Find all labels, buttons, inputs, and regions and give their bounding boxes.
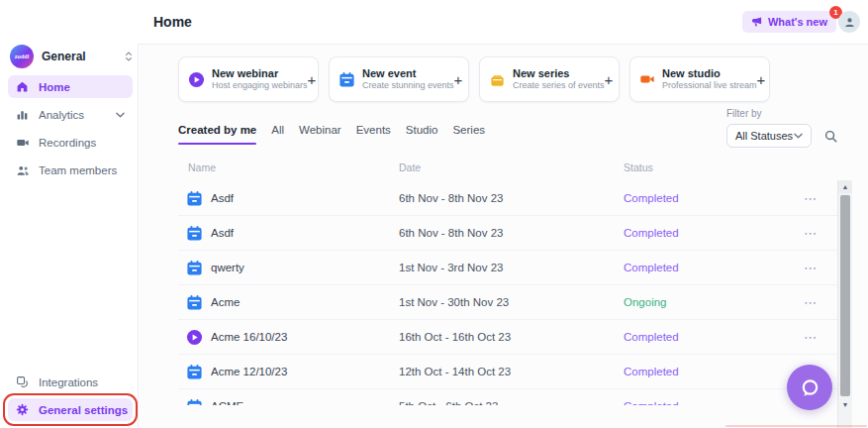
zuddl-dashboard: zuddl Home What's new 1 zudd [0,0,868,428]
gear-icon [16,403,31,416]
workspace-avatar: zuddl [10,45,34,68]
analytics-icon [16,108,31,121]
tab-events[interactable]: Events [356,124,391,145]
table-row: Asdf6th Nov - 8th Nov 23Completed⋯ [178,181,837,216]
event-calendar-icon [186,260,203,276]
sidebar-item-general-settings[interactable]: General settings [8,398,133,421]
page-title: Home [153,14,192,30]
sidebar-item-recordings[interactable]: Recordings [8,131,133,154]
card-title: New series [513,66,605,80]
more-options-icon[interactable]: ⋯ [804,295,818,310]
column-header-status: Status [624,161,653,173]
sidebar-item-home[interactable]: Home [8,75,133,98]
card-text: New webinarHost engaging webinars [212,66,308,92]
column-header-date: Date [399,161,421,173]
chevron-down-icon [116,112,125,118]
table-row: Acme1st Nov - 30th Nov 23Ongoing⋯ [178,285,837,320]
plus-icon[interactable]: + [605,72,614,87]
studio-camera-icon [639,71,655,87]
card-title: New webinar [212,66,308,80]
event-calendar-icon [186,294,203,311]
team-members-icon [16,163,31,177]
recordings-icon [16,136,31,150]
event-date: 12th Oct - 14th Oct 23 [399,366,511,377]
tab-created-by-me[interactable]: Created by me [178,124,256,145]
tab-all[interactable]: All [271,124,284,145]
more-options-icon[interactable]: ⋯ [804,226,818,241]
event-date: 6th Nov - 8th Nov 23 [399,192,503,204]
series-icon [489,71,506,88]
card-title: New event [362,66,454,80]
table-scrollbar[interactable]: ▲ ▼ [837,180,852,428]
status-badge: Completed [624,192,679,204]
sidebar-item-label: General settings [39,404,128,416]
sidebar-item-team-members[interactable]: Team members [8,159,133,181]
chat-widget-button[interactable] [787,365,832,410]
more-options-icon[interactable]: ⋯ [804,261,818,275]
plus-icon[interactable]: + [757,72,766,87]
event-calendar-icon [186,225,203,242]
more-options-icon[interactable]: ⋯ [804,191,818,206]
status-badge: Completed [624,262,679,273]
new-webinar-card[interactable]: New webinarHost engaging webinars+ [178,56,319,102]
tab-studio[interactable]: Studio [406,124,438,145]
event-name: Acme 12/10/23 [211,366,287,377]
tab-series[interactable]: Series [452,124,485,145]
card-title: New studio [662,66,757,80]
event-date: 6th Nov - 8th Nov 23 [399,227,503,239]
sidebar-item-analytics[interactable]: Analytics [8,103,133,126]
table-row: ACME5th Oct - 6th Oct 23Completed⋯ [178,389,837,405]
event-name: Acme [211,296,240,308]
sidebar-item-label: Integrations [39,376,98,388]
chevron-down-icon [794,133,803,139]
main-content: New webinarHost engaging webinars+New ev… [140,45,868,428]
tab-bar: Created by meAllWebinarEventsStudioSerie… [178,124,485,145]
webinar-play-icon [186,329,203,346]
status-filter-value: All Statuses [735,130,793,142]
whats-new-button[interactable]: What's new 1 [742,11,836,33]
event-date: 5th Oct - 6th Oct 23 [399,400,498,405]
workspace-selector[interactable]: zuddl General [10,43,133,69]
plus-icon[interactable]: + [308,72,317,87]
sidebar-item-label: Team members [39,164,117,176]
chat-bubble-icon [800,377,820,398]
more-options-icon[interactable]: ⋯ [804,330,818,345]
card-text: New studioProfessional live stream [662,66,757,92]
sidebar: zuddl General HomeAnalyticsRecordingsTea… [0,0,139,428]
event-name: Acme 16/10/23 [211,331,287,343]
status-filter-select[interactable]: All Statuses [726,124,812,148]
event-calendar-icon [186,364,203,380]
new-event-card[interactable]: New eventCreate stunning events+ [329,56,469,102]
status-badge: Completed [624,366,679,377]
tab-webinar[interactable]: Webinar [299,124,341,145]
scrollbar-up-arrow[interactable]: ▲ [838,180,852,193]
sidebar-item-integrations[interactable]: Integrations [8,371,133,393]
sort-chevrons-icon [125,51,133,62]
new-series-card[interactable]: New seriesCreate series of events+ [479,56,620,102]
event-name: Asdf [211,227,234,239]
creation-cards: New webinarHost engaging webinars+New ev… [178,56,770,102]
user-avatar[interactable] [838,11,860,33]
plus-icon[interactable]: + [454,72,463,87]
integrations-icon [16,375,31,388]
event-date: 1st Nov - 3rd Nov 23 [399,262,503,273]
search-icon[interactable] [823,129,838,144]
card-subtitle: Create stunning events [362,80,454,92]
status-badge: Completed [624,331,679,343]
column-header-name: Name [188,161,216,173]
sidebar-item-label: Analytics [39,109,84,121]
card-text: New seriesCreate series of events [513,66,605,92]
sidebar-nav-bottom: IntegrationsGeneral settings [8,371,133,426]
card-text: New eventCreate stunning events [362,66,454,92]
sidebar-nav: HomeAnalyticsRecordingsTeam members [8,75,133,186]
workspace-name: General [42,50,86,63]
home-icon [16,80,31,93]
event-name: ACME [211,400,243,405]
table-header: NameDateStatus [178,161,837,175]
new-studio-card[interactable]: New studioProfessional live stream+ [629,56,770,102]
scrollbar-thumb[interactable] [840,195,850,396]
event-calendar-icon [338,71,355,88]
sidebar-item-label: Recordings [39,137,96,149]
scrollbar-down-arrow[interactable]: ▼ [838,398,852,411]
table-row: Acme 16/10/2316th Oct - 16th Oct 23Compl… [178,320,837,355]
